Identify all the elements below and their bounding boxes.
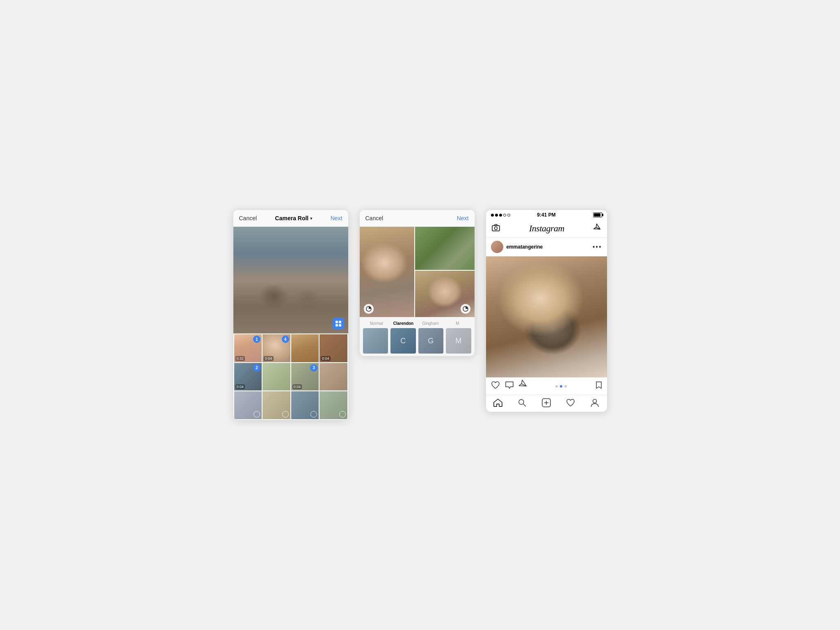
- thumb-item[interactable]: [262, 391, 290, 419]
- tab-add[interactable]: [539, 398, 554, 409]
- thumb-image: [262, 363, 290, 391]
- instagram-logo: Instagram: [529, 223, 564, 234]
- post-photo-scene: [486, 256, 607, 377]
- signal-dot-1: [491, 214, 494, 217]
- photo-bottom-right: [415, 271, 475, 317]
- filter-label-gingham[interactable]: Gingham: [417, 321, 444, 328]
- thumb-duration: 0:04: [235, 384, 245, 389]
- filter-section: Normal Clarendon Gingham M C G M: [360, 317, 475, 356]
- svg-point-15: [593, 399, 597, 403]
- thumb-item[interactable]: [320, 363, 347, 391]
- tab-profile[interactable]: [587, 398, 602, 409]
- dot-3: [564, 385, 567, 388]
- user-avatar: [491, 241, 503, 253]
- bookmark-button[interactable]: [596, 381, 602, 391]
- filter-thumb-gingham[interactable]: G: [418, 328, 444, 354]
- battery-icon: [593, 212, 602, 217]
- svg-point-7: [494, 227, 497, 230]
- filter-svg: [366, 306, 372, 312]
- filter-thumb-clarendon[interactable]: C: [390, 328, 416, 354]
- thumb-duration: 0:04: [292, 384, 302, 389]
- thumb-item[interactable]: [291, 334, 319, 362]
- post-header: emmatangerine •••: [486, 237, 607, 256]
- svg-rect-2: [336, 324, 338, 326]
- tab-search[interactable]: [515, 399, 530, 409]
- filter-icon-left[interactable]: [364, 304, 374, 314]
- camera-icon[interactable]: [492, 224, 500, 233]
- instagram-navbar: Instagram: [486, 220, 607, 237]
- home-svg: [493, 399, 502, 407]
- main-container: Cancel Camera Roll ▾ Next 1: [217, 185, 623, 445]
- thumb-select-circle: [310, 411, 317, 418]
- phone2-header: Cancel Next: [360, 210, 475, 227]
- share-button[interactable]: [517, 379, 529, 392]
- photo-top-right: [415, 227, 475, 270]
- profile-svg: [591, 398, 599, 407]
- signal-dot-5: [507, 214, 510, 217]
- thumb-select-circle: [282, 411, 289, 418]
- photo-left: [360, 227, 414, 317]
- filter-label-normal[interactable]: Normal: [363, 321, 390, 328]
- like-button[interactable]: [491, 381, 500, 391]
- thumb-item[interactable]: 3 0:04: [291, 363, 319, 391]
- thumb-item[interactable]: [291, 391, 319, 419]
- send-icon[interactable]: [592, 223, 603, 235]
- thumb-image: [291, 334, 319, 362]
- selfie-photo-left: [360, 227, 414, 317]
- thumb-duration: 0:04: [264, 356, 274, 361]
- more-options-button[interactable]: •••: [593, 243, 602, 251]
- battery-fill: [594, 213, 600, 217]
- comment-svg: [505, 381, 514, 389]
- filter-svg2: [463, 306, 468, 312]
- thumb-item[interactable]: 0:04: [320, 334, 347, 362]
- photo-right-container: [415, 227, 475, 317]
- cancel-button[interactable]: Cancel: [365, 215, 383, 221]
- cancel-button[interactable]: Cancel: [239, 215, 257, 221]
- thumb-item[interactable]: [320, 391, 347, 419]
- thumb-badge-3: 3: [310, 364, 317, 372]
- status-bar: 9:41 PM: [486, 210, 607, 220]
- comment-button[interactable]: [505, 381, 514, 391]
- heart-tab-svg: [566, 399, 575, 407]
- svg-line-11: [523, 404, 526, 406]
- filter-thumb-moon[interactable]: M: [446, 328, 471, 354]
- phone3-instagram: 9:41 PM Instagram: [486, 210, 607, 412]
- thumb-image: [320, 363, 347, 391]
- next-button[interactable]: Next: [457, 215, 469, 221]
- select-svg: [335, 320, 342, 327]
- thumb-select-circle: [339, 411, 346, 418]
- filter-label-row: Normal Clarendon Gingham M: [360, 321, 475, 328]
- tab-likes[interactable]: [563, 399, 578, 409]
- main-photo-preview: [233, 227, 348, 333]
- phone1-header: Cancel Camera Roll ▾ Next: [233, 210, 348, 227]
- tab-home[interactable]: [491, 399, 505, 409]
- deck-photo: [415, 227, 475, 270]
- filter-label-moon[interactable]: M: [444, 321, 471, 328]
- thumb-item[interactable]: 4 0:04: [262, 334, 290, 362]
- camera-roll-title: Camera Roll ▾: [275, 215, 313, 221]
- thumb-item[interactable]: [234, 391, 262, 419]
- filter-label-clarendon[interactable]: Clarendon: [390, 321, 417, 328]
- status-time: 9:41 PM: [537, 212, 555, 218]
- phone2-filter: Cancel Next: [360, 210, 475, 356]
- bookmark-svg: [596, 381, 602, 389]
- next-button[interactable]: Next: [331, 215, 342, 221]
- signal-dot-4: [503, 214, 506, 217]
- filter-icon-right[interactable]: [461, 304, 470, 314]
- thumb-item[interactable]: 2 0:04: [234, 363, 262, 391]
- thumb-select-circle: [253, 411, 260, 418]
- filter-thumb-normal[interactable]: [363, 328, 388, 354]
- dogs-photo-scene: [233, 227, 348, 333]
- svg-rect-6: [492, 226, 500, 231]
- svg-rect-3: [339, 324, 341, 326]
- chevron-down-icon: ▾: [310, 216, 312, 221]
- tab-bar: [486, 395, 607, 412]
- post-actions: [486, 377, 607, 395]
- multi-select-icon[interactable]: [333, 318, 344, 329]
- dot-1: [555, 385, 558, 388]
- thumb-item[interactable]: [262, 363, 290, 391]
- thumb-duration: 0:04: [321, 356, 331, 361]
- thumb-item[interactable]: 1 0:32: [234, 334, 262, 362]
- svg-rect-0: [336, 321, 338, 323]
- dot-2-active: [560, 385, 562, 388]
